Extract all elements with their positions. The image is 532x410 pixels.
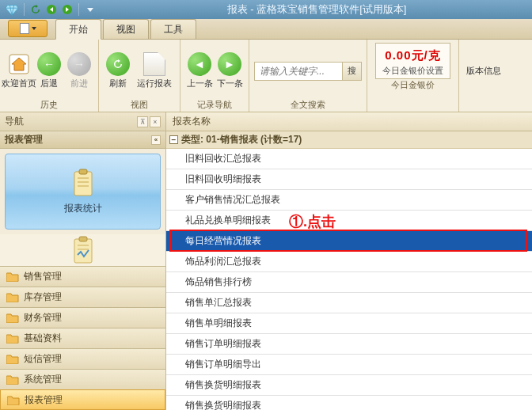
folder-icon [6, 333, 19, 344]
nav-item[interactable]: 库存管理 [0, 287, 165, 307]
title-bar: 报表 - 蓝格珠宝销售管理软件[试用版本] [0, 0, 532, 19]
next-icon: ► [218, 52, 241, 76]
forward-icon: → [67, 52, 91, 76]
ribbon-group-record: ◄ 上一条 ► 下一条 记录导航 [180, 40, 249, 112]
svg-rect-9 [79, 169, 87, 174]
caret-down-icon [32, 27, 36, 30]
folder-icon [6, 374, 19, 385]
nav-item[interactable]: 基础资料 [0, 328, 165, 348]
report-icon [143, 52, 165, 76]
collapse-icon[interactable]: « [151, 135, 161, 145]
folder-icon [6, 271, 19, 282]
titlebar-next-icon[interactable] [61, 3, 74, 16]
nav-tile-report-stats[interactable]: 报表统计 [5, 154, 161, 230]
ribbon: 欢迎首页 ← 后退 → 前进 历史 刷新 运行报表 视图 [0, 40, 532, 112]
app-diamond-icon [5, 2, 19, 17]
next-record-button[interactable]: ► 下一条 [215, 52, 244, 89]
list-item[interactable]: 销售订单明细报表 [166, 334, 532, 355]
window-title: 报表 - 蓝格珠宝销售管理软件[试用版本] [101, 2, 532, 17]
list-item[interactable]: 客户销售情况汇总报表 [166, 190, 532, 211]
list-item[interactable]: 每日经营情况报表 [166, 231, 532, 252]
list-item[interactable]: 饰品销售排行榜 [166, 272, 532, 293]
nav-item[interactable]: 财务管理 [0, 307, 165, 328]
nav-header: 导航 ⊼× [0, 112, 165, 131]
forward-button[interactable]: → 前进 [65, 52, 93, 89]
svg-rect-14 [79, 237, 87, 241]
pin-icon[interactable]: ⊼ [137, 116, 148, 127]
ribbon-tab-bar: 开始 视图 工具 [0, 19, 532, 40]
tab-tools[interactable]: 工具 [150, 19, 196, 39]
folder-icon [6, 313, 19, 323]
list-item[interactable]: 旧料回收汇总报表 [166, 149, 532, 169]
tab-view[interactable]: 视图 [103, 19, 149, 39]
ribbon-group-view: 刷新 运行报表 视图 [99, 40, 180, 112]
collapse-group-icon[interactable]: − [169, 135, 178, 144]
file-menu-button[interactable] [8, 20, 48, 37]
back-icon: ← [37, 52, 61, 76]
svg-marker-5 [87, 8, 93, 12]
tab-start[interactable]: 开始 [55, 19, 101, 40]
content-panel: 报表名称 − 类型: 01-销售报表 (计数=17) 旧料回收汇总报表旧料回收明… [166, 112, 532, 410]
main-area: 导航 ⊼× 报表管理 « 报表统计 销售管理库存管理财务管理基础资料短信管理系统… [0, 112, 532, 410]
ribbon-group-history: 欢迎首页 ← 后退 → 前进 历史 [0, 40, 99, 112]
folder-icon [6, 354, 19, 364]
list-item[interactable]: 销售订单明细导出 [166, 355, 532, 375]
gold-price-sub: 今日金银价设置 [382, 65, 443, 77]
titlebar-dropdown-icon[interactable] [84, 3, 97, 16]
gold-price-value: 0.00元/克 [382, 48, 443, 63]
titlebar-refresh-icon[interactable] [29, 3, 42, 16]
list-item[interactable]: 销售换货明细报表 [166, 396, 532, 410]
nav-item[interactable]: 系统管理 [0, 369, 165, 389]
ribbon-group-price: 0.00元/克 今日金银价设置 今日金银价 [367, 40, 459, 112]
search-input[interactable] [255, 66, 342, 77]
list-item[interactable]: 销售换货明细报表 [166, 375, 532, 396]
home-icon [7, 52, 31, 76]
ribbon-group-version: 版本信息 [459, 40, 508, 112]
titlebar-prev-icon[interactable] [45, 3, 58, 16]
list-item[interactable]: 旧料回收明细报表 [166, 169, 532, 190]
ribbon-group-search: 搜 全文搜索 [249, 40, 367, 112]
folder-icon [7, 395, 20, 405]
search-button[interactable]: 搜 [342, 63, 361, 80]
close-panel-icon[interactable]: × [150, 116, 161, 127]
refresh-button[interactable]: 刷新 [104, 52, 132, 89]
search-box: 搜 [254, 62, 362, 81]
back-button[interactable]: ← 后退 [35, 52, 63, 89]
prev-icon: ◄ [188, 52, 211, 76]
gold-price-box[interactable]: 0.00元/克 今日金银价设置 [375, 43, 450, 79]
nav-item[interactable]: 销售管理 [0, 266, 165, 287]
clipboard-icon [71, 169, 95, 197]
nav-item[interactable]: 报表管理 [0, 389, 165, 410]
document-icon [20, 23, 29, 34]
list-item[interactable]: 销售单明细报表 [166, 313, 532, 334]
nav-item[interactable]: 短信管理 [0, 348, 165, 369]
nav-spacer [0, 234, 165, 266]
folder-icon [6, 292, 19, 302]
run-report-button[interactable]: 运行报表 [134, 52, 175, 89]
nav-items: 销售管理库存管理财务管理基础资料短信管理系统管理报表管理 [0, 234, 165, 410]
clipboard-icon [71, 236, 95, 264]
list-item[interactable]: 销售单汇总报表 [166, 293, 532, 313]
version-button[interactable]: 版本信息 [464, 65, 504, 77]
home-button[interactable]: 欢迎首页 [5, 52, 33, 89]
svg-rect-13 [74, 239, 92, 263]
prev-record-button[interactable]: ◄ 上一条 [185, 52, 214, 89]
report-list: 旧料回收汇总报表旧料回收明细报表客户销售情况汇总报表礼品兑换单明细报表每日经营情… [166, 149, 532, 410]
nav-panel: 导航 ⊼× 报表管理 « 报表统计 销售管理库存管理财务管理基础资料短信管理系统… [0, 112, 166, 410]
svg-rect-8 [74, 172, 92, 196]
nav-sub-header[interactable]: 报表管理 « [0, 131, 165, 149]
content-group-row[interactable]: − 类型: 01-销售报表 (计数=17) [166, 131, 532, 149]
content-column-header[interactable]: 报表名称 [166, 112, 532, 131]
refresh-icon [106, 52, 130, 76]
list-item[interactable]: 礼品兑换单明细报表 [166, 211, 532, 231]
list-item[interactable]: 饰品利润汇总报表 [166, 252, 532, 272]
